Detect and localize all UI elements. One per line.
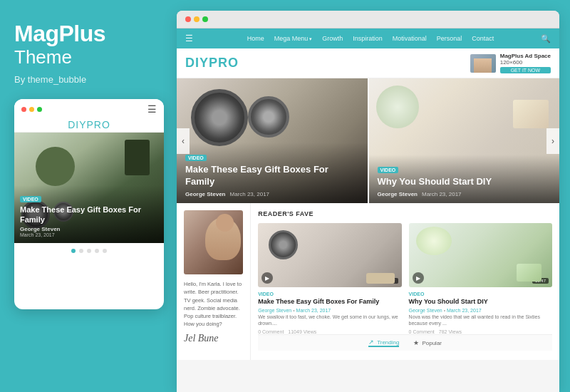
cards-row: ▶ 56:47 VIDEO Make These Easy Gift Boxes… bbox=[258, 223, 552, 334]
slider-next-button[interactable]: › bbox=[546, 128, 559, 154]
nav-inspiration[interactable]: Inspiration bbox=[353, 35, 383, 42]
card-2-play-icon[interactable]: ▶ bbox=[413, 272, 424, 284]
card-1-time: 56:47 bbox=[382, 278, 398, 284]
mobile-logo: DIYPRO bbox=[14, 118, 164, 132]
browser-window-dots bbox=[185, 16, 208, 22]
cards-column: Reader's Fave ▶ 56:47 VIDEO Make These E… bbox=[251, 203, 559, 360]
tab-popular-label: Popular bbox=[422, 340, 442, 346]
mobile-video-badge: VIDEO bbox=[20, 196, 41, 202]
card-1-play-icon[interactable]: ▶ bbox=[261, 272, 273, 284]
browser-dot-yellow bbox=[194, 16, 200, 22]
mobile-hero-author: George Steven bbox=[20, 226, 158, 232]
site-header-main: DIYPRO MagPlus Ad Space 120×600 GET IT N… bbox=[177, 48, 559, 78]
nav-personal[interactable]: Personal bbox=[437, 35, 462, 42]
ad-box: MagPlus Ad Space 120×600 GET IT NOW bbox=[470, 53, 551, 73]
nav-growth[interactable]: Growth bbox=[322, 35, 343, 42]
card-2-image: ▶ 16:47 bbox=[409, 223, 552, 287]
slide-2-badge: VIDEO bbox=[378, 167, 399, 173]
pagination-dot-2[interactable] bbox=[79, 249, 83, 253]
slider-prev-button[interactable]: ‹ bbox=[177, 128, 190, 154]
popular-icon: ★ bbox=[413, 339, 419, 346]
tab-trending[interactable]: ↗ Trending bbox=[368, 339, 399, 347]
card-2-excerpt: Nova was the video that we all wanted to… bbox=[409, 314, 552, 328]
slide-2-title: Why You Should Start DIY bbox=[378, 176, 551, 188]
site-logo: DIYPRO bbox=[185, 56, 239, 71]
slide-2-meta: George Steven March 23, 2017 bbox=[378, 191, 551, 197]
author-signature: Jel Bune bbox=[184, 333, 243, 344]
slide-1-meta: George Steven March 23, 2017 bbox=[185, 191, 359, 197]
dot-green bbox=[37, 107, 42, 112]
browser-dot-red bbox=[185, 16, 191, 22]
dot-yellow bbox=[29, 107, 34, 112]
ad-size: 120×600 bbox=[500, 59, 522, 66]
tab-trending-label: Trending bbox=[377, 339, 399, 346]
mobile-menu-icon[interactable]: ☰ bbox=[147, 103, 157, 115]
author-portrait bbox=[184, 210, 243, 274]
bottom-section: Hello, I'm Karla. I love to write. Beer … bbox=[177, 203, 559, 360]
card-1-author: George Steven • March 23, 2017 bbox=[258, 308, 401, 313]
site-header: ☰ Home Mega Menu Growth Inspiration Moti… bbox=[177, 29, 559, 78]
nav-hamburger-icon[interactable]: ☰ bbox=[185, 33, 193, 43]
browser-mockup: ☰ Home Mega Menu Growth Inspiration Moti… bbox=[177, 11, 559, 392]
browser-chrome bbox=[177, 11, 559, 29]
ad-label: MagPlus Ad Space bbox=[500, 53, 551, 59]
tab-popular[interactable]: ★ Popular bbox=[413, 339, 442, 347]
slide-2-overlay: VIDEO Why You Should Start DIY George St… bbox=[369, 155, 560, 203]
card-2-video-label: VIDEO bbox=[409, 292, 552, 296]
author-column: Hello, I'm Karla. I love to write. Beer … bbox=[177, 203, 251, 360]
card-2-comments: 0 Comment bbox=[409, 329, 435, 334]
ad-text: MagPlus Ad Space 120×600 GET IT NOW bbox=[500, 53, 551, 73]
hero-slider: ‹ VIDEO Make These Easy Gift Boxes For F… bbox=[177, 78, 559, 203]
mobile-hero-image: VIDEO Make These Easy Gift Boxes For Fam… bbox=[14, 133, 164, 243]
mobile-window-dots bbox=[21, 107, 42, 112]
brand-by: By theme_bubble bbox=[14, 74, 86, 85]
trending-icon: ↗ bbox=[368, 339, 374, 346]
mobile-hero-date: March 23, 2017 bbox=[20, 232, 158, 237]
card-2-time: 16:47 bbox=[532, 278, 549, 284]
card-1-video-label: VIDEO bbox=[258, 292, 401, 296]
slide-2-date: March 23, 2017 bbox=[422, 191, 462, 197]
slide-2: VIDEO Why You Should Start DIY George St… bbox=[369, 78, 560, 203]
ad-button[interactable]: GET IT NOW bbox=[500, 67, 551, 73]
ad-image bbox=[470, 54, 496, 73]
nav-mega-menu[interactable]: Mega Menu bbox=[274, 35, 312, 42]
slide-2-author: George Steven bbox=[378, 191, 418, 197]
card-1: ▶ 56:47 VIDEO Make These Easy Gift Boxes… bbox=[258, 223, 401, 334]
browser-dot-green bbox=[202, 16, 208, 22]
nav-home[interactable]: Home bbox=[247, 35, 264, 42]
nav-contact[interactable]: Contact bbox=[472, 35, 494, 42]
mobile-top-bar: ☰ bbox=[14, 99, 164, 118]
readers-fave-heading: Reader's Fave bbox=[258, 210, 552, 217]
slide-1: VIDEO Make These Easy Gift Boxes For Fam… bbox=[177, 78, 368, 203]
slide-1-date: March 23, 2017 bbox=[229, 191, 269, 197]
slide-1-author: George Steven bbox=[185, 191, 225, 197]
slide-1-title: Make These Easy Gift Boxes For Family bbox=[185, 164, 359, 188]
slide-1-badge: VIDEO bbox=[185, 155, 207, 161]
card-2: ▶ 16:47 VIDEO Why You Should Start DIY G… bbox=[409, 223, 552, 334]
mobile-hero-title: Make These Easy Gift Boxes For Family bbox=[20, 205, 158, 225]
pagination-dot-4[interactable] bbox=[95, 249, 99, 253]
nav-links: Home Mega Menu Growth Inspiration Motiva… bbox=[200, 35, 541, 42]
brand-title: MagPlus Theme bbox=[14, 21, 105, 68]
card-2-views: 782 Views bbox=[439, 329, 462, 334]
site-main: ‹ VIDEO Make These Easy Gift Boxes For F… bbox=[177, 78, 559, 392]
bottom-tabs-bar: ↗ Trending ★ Popular bbox=[258, 334, 552, 351]
card-1-comments: 0 Comment bbox=[258, 329, 284, 334]
site-nav: ☰ Home Mega Menu Growth Inspiration Moti… bbox=[177, 29, 559, 48]
card-2-author: George Steven • March 23, 2017 bbox=[409, 308, 552, 313]
mobile-mockup: ☰ DIYPRO VIDEO Make These Easy Gift Boxe… bbox=[14, 99, 164, 309]
mobile-overlay: VIDEO Make These Easy Gift Boxes For Fam… bbox=[14, 185, 164, 244]
pagination-dot-1[interactable] bbox=[71, 249, 76, 253]
pagination-dot-3[interactable] bbox=[87, 249, 91, 253]
author-bio-text: Hello, I'm Karla. I love to write. Beer … bbox=[184, 280, 243, 329]
card-1-title[interactable]: Make These Easy Gift Boxes For Family bbox=[258, 298, 401, 306]
dot-red bbox=[21, 107, 26, 112]
nav-motivational[interactable]: Motivational bbox=[393, 35, 427, 42]
pagination-dot-5[interactable] bbox=[103, 249, 107, 253]
card-2-stats: 0 Comment 782 Views bbox=[409, 329, 552, 334]
left-panel: MagPlus Theme By theme_bubble ☰ DIYPRO V… bbox=[0, 0, 177, 392]
card-1-excerpt: We swallow it too fast, we choke. We get… bbox=[258, 314, 401, 328]
nav-search-icon[interactable]: 🔍 bbox=[541, 34, 551, 43]
card-2-title[interactable]: Why You Should Start DIY bbox=[409, 298, 552, 306]
card-1-views: 11049 Views bbox=[288, 329, 316, 334]
